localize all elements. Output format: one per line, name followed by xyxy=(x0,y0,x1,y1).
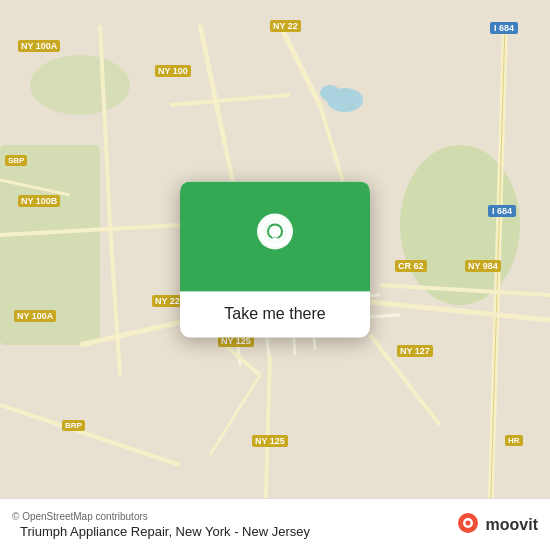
svg-point-41 xyxy=(465,520,470,525)
svg-point-3 xyxy=(30,55,130,115)
road-label-ny125-b: NY 125 xyxy=(252,435,288,447)
road-label-hr: HR xyxy=(505,435,523,446)
road-label-ny100-t: NY 100 xyxy=(155,65,191,77)
moovit-logo: moovit xyxy=(454,511,538,539)
road-label-ny100a-tl: NY 100A xyxy=(18,40,60,52)
card-button-area: Take me there xyxy=(180,291,370,337)
bottom-bar: © OpenStreetMap contributors Triumph App… xyxy=(0,498,550,550)
road-label-ny100a-ml: NY 100A xyxy=(14,310,56,322)
road-label-i684-tr: I 684 xyxy=(490,22,518,34)
svg-point-38 xyxy=(269,225,281,237)
moovit-icon xyxy=(454,511,482,539)
road-label-ny984: NY 984 xyxy=(465,260,501,272)
copyright-text: © OpenStreetMap contributors xyxy=(12,511,446,522)
moovit-text: moovit xyxy=(486,516,538,534)
card-green-area xyxy=(180,181,370,291)
road-label-i684-r: I 684 xyxy=(488,205,516,217)
place-label: Triumph Appliance Repair, New York - New… xyxy=(20,524,446,539)
road-label-cr62: CR 62 xyxy=(395,260,427,272)
road-label-ny22-t: NY 22 xyxy=(270,20,301,32)
road-label-ny22-m: NY 22 xyxy=(152,295,183,307)
map-container: NY 100A NY 100 NY 22 I 684 SBP NY 100B I… xyxy=(0,0,550,550)
location-pin-icon xyxy=(248,209,302,263)
road-label-sbp: SBP xyxy=(5,155,27,166)
road-label-ny127: NY 127 xyxy=(397,345,433,357)
road-label-ny100b: NY 100B xyxy=(18,195,60,207)
take-me-there-card: Take me there xyxy=(180,181,370,337)
take-me-there-button[interactable]: Take me there xyxy=(190,305,360,323)
svg-point-5 xyxy=(320,85,340,101)
road-label-brp: BRP xyxy=(62,420,85,431)
